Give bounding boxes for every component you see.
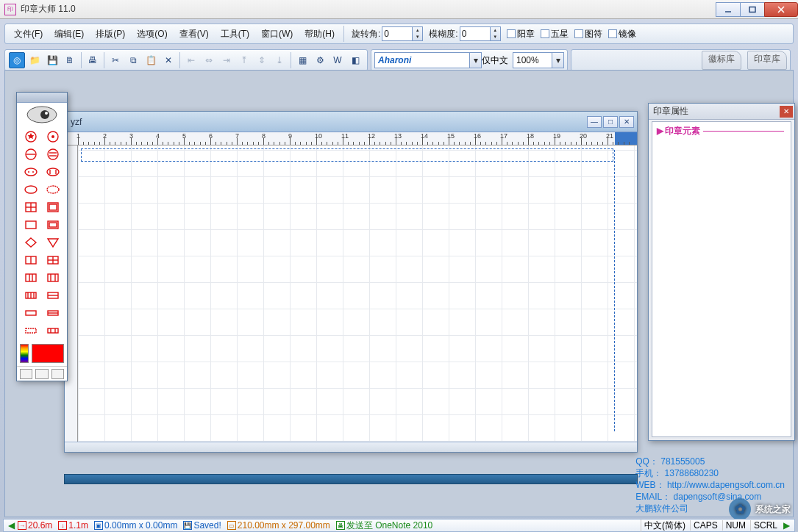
palette-foot-btn-2[interactable] [35,369,48,379]
tool-rect-dash[interactable] [20,322,42,339]
tool-rect-cross[interactable] [20,251,42,269]
align-middle-button[interactable]: ⇕ [254,52,270,68]
menu-window[interactable]: 窗口(W) [255,26,299,43]
color-strip[interactable] [20,344,29,363]
minimize-button[interactable] [716,2,741,17]
zoom-select[interactable]: 100% [513,52,552,68]
save-button[interactable]: 💾 [44,52,60,68]
doc-maximize-button[interactable]: □ [603,116,618,128]
tool-oval-dash[interactable] [42,181,64,198]
tab-seal-lib[interactable]: 印章库 [747,51,787,70]
doc-minimize-button[interactable]: — [587,116,602,128]
tool-diamond[interactable] [20,234,42,251]
tool-grid-double[interactable] [42,198,64,216]
tool-b-button[interactable]: ⚙ [312,52,328,68]
tool-rect-slots2[interactable] [42,287,64,304]
contact-phone: 手机： 13788680230 [635,467,785,479]
menu-edit[interactable]: 编辑(E) [49,26,90,43]
open-button[interactable]: 📁 [26,52,43,68]
tool-d-button[interactable]: ◧ [347,52,363,68]
svg-rect-51 [26,328,36,333]
check-symbol[interactable] [574,29,583,38]
tool-rect-double[interactable] [42,216,64,234]
palette-grid [17,126,67,341]
properties-panel[interactable]: 印章属性 ✕ ▶印章元素 [648,103,795,441]
font-select[interactable]: Aharoni [374,52,470,68]
toolbar-font: Aharoni ▾ 仅中文 100% ▾ [371,49,568,71]
close-button[interactable] [764,2,798,17]
palette-drag-handle[interactable] [17,93,67,103]
status-caps: CAPS [690,520,721,531]
section-label: 印章元素 [665,126,700,136]
tab-emblem-lib[interactable]: 徽标库 [702,51,741,70]
tool-rect-line2[interactable] [42,304,64,322]
tool-oval-grid[interactable] [42,163,64,181]
tool-rect-slots[interactable] [20,287,42,304]
tool-circle-dot[interactable] [42,128,64,145]
align-left-button[interactable]: ⇤ [183,52,199,68]
check-yang[interactable] [507,29,516,38]
copy-button[interactable]: ⧉ [125,52,141,68]
rotate-input[interactable] [382,26,413,41]
saved-icon: 💾 [183,521,192,530]
zoom-dropdown-icon[interactable]: ▾ [552,52,564,68]
check-star[interactable] [541,29,549,38]
paste-button[interactable]: 📋 [143,52,159,68]
blur-spin[interactable]: ▲▼ [491,26,501,41]
tool-rect-line[interactable] [20,304,42,322]
align-right-button[interactable]: ⇥ [218,52,235,68]
blur-input[interactable] [460,26,491,41]
tool-rect-dash2[interactable] [42,322,64,339]
delete-button[interactable]: ✕ [160,52,177,68]
menu-options[interactable]: 选项(O) [131,26,173,43]
new-button[interactable]: ◎ [9,52,25,68]
print-button[interactable]: 🖶 [85,52,101,68]
tool-rect-col[interactable] [20,269,42,287]
ruler-horizontal[interactable]: 123456789101112131415161718192021 [65,132,637,145]
properties-section[interactable]: ▶印章元素 [652,122,791,140]
menu-tools[interactable]: 工具(T) [215,26,255,43]
maximize-button[interactable] [740,2,765,17]
document-window: yzf — □ ✕ 123456789101112131415161718192… [64,111,638,453]
tool-rect-plain[interactable] [20,216,42,234]
tool-circle-star[interactable] [20,128,42,145]
tool-c-button[interactable]: W [329,52,346,68]
canvas[interactable] [78,145,637,442]
printer-icon: 🖶 [336,521,345,530]
rotate-spin[interactable]: ▲▼ [413,26,423,41]
tool-circle-lines[interactable] [42,145,64,163]
tool-rect-cross2[interactable] [42,251,64,269]
properties-close-button[interactable]: ✕ [780,106,793,118]
cut-button[interactable]: ✂ [107,52,124,68]
status-lang: 中文(简体) [641,520,688,532]
tool-triangle-down[interactable] [42,234,64,251]
coord-x: 20.6m [28,520,52,531]
menu-help[interactable]: 帮助(H) [299,26,341,43]
watermark: ✿ 系统之家 [729,498,791,520]
tool-a-button[interactable]: ▦ [294,52,310,68]
font-dropdown-icon[interactable]: ▾ [470,52,482,68]
doc-scrollbar-h[interactable] [65,442,637,452]
saveas-button[interactable]: 🗎 [62,52,78,68]
tool-rect-col2[interactable] [42,269,64,287]
properties-header[interactable]: 印章属性 ✕ [649,104,794,120]
doc-close-button[interactable]: ✕ [619,116,634,128]
status-next-icon[interactable]: ▶ [782,520,791,531]
menu-file[interactable]: 文件(F) [8,26,49,43]
tool-oval-plain[interactable] [20,181,42,198]
menu-view[interactable]: 查看(V) [174,26,215,43]
document-titlebar[interactable]: yzf — □ ✕ [65,112,637,132]
check-mirror[interactable] [608,29,617,38]
palette-foot-btn-1[interactable] [20,369,32,379]
tool-palette[interactable] [16,92,68,381]
tool-oval-dots[interactable] [20,163,42,181]
status-prev-icon[interactable]: ◀ [7,520,16,531]
align-top-button[interactable]: ⤒ [236,52,252,68]
tool-grid-square[interactable] [20,198,42,216]
palette-foot-btn-3[interactable] [51,369,64,379]
tool-circle-line[interactable] [20,145,42,163]
color-swatch[interactable] [32,344,64,363]
align-center-button[interactable]: ⇔ [201,52,217,68]
menu-layout[interactable]: 排版(P) [90,26,131,43]
align-bottom-button[interactable]: ⤓ [271,52,288,68]
